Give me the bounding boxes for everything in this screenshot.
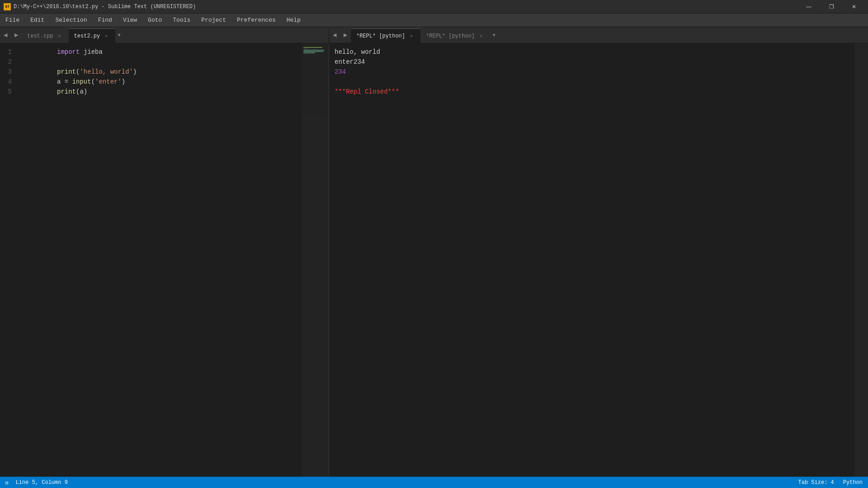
repl-output: hello, world enter234 234 ***Repl Closed…: [329, 43, 868, 477]
title-bar: ST D:\My-C++\2018.10\test2.py - Sublime …: [0, 0, 868, 14]
menu-goto[interactable]: Goto: [142, 14, 167, 27]
left-tab-overflow[interactable]: ▾: [115, 27, 123, 43]
status-tab-size[interactable]: Tab Size: 4: [798, 479, 834, 486]
app-icon: ST: [4, 3, 11, 10]
code-editor[interactable]: 1 import jieba 2 3 print('hello, world')…: [0, 43, 329, 477]
menu-tools[interactable]: Tools: [167, 14, 196, 27]
tab-test2-py[interactable]: test2.py ✕: [69, 28, 116, 43]
tab-label: *REPL* [python]: [426, 33, 475, 39]
tab-close-icon[interactable]: ✕: [56, 33, 63, 40]
left-tab-next[interactable]: ▶: [11, 27, 22, 43]
tab-bars: ◀ ▶ test.cpp ✕ test2.py ✕ ▾ ◀ ▶ *REPL* […: [0, 27, 868, 43]
status-position[interactable]: Line 5, Column 9: [16, 479, 68, 486]
menu-project[interactable]: Project: [196, 14, 231, 27]
menu-view[interactable]: View: [118, 14, 142, 27]
window-controls: — ❐ ✕: [798, 0, 864, 14]
menu-find[interactable]: Find: [93, 14, 118, 27]
right-tab-overflow[interactable]: ▾: [490, 27, 498, 43]
line-number: 5: [0, 87, 19, 97]
window-title: D:\My-C++\2018.10\test2.py - Sublime Tex…: [14, 4, 196, 10]
repl-blank-line: [335, 77, 863, 87]
editor-area: 1 import jieba 2 3 print('hello, world')…: [0, 43, 868, 477]
right-tab-prev[interactable]: ◀: [329, 27, 340, 43]
builtin-print: print: [57, 88, 76, 95]
maximize-button[interactable]: ❐: [821, 0, 842, 14]
line-number: 4: [0, 77, 19, 87]
right-tab-next[interactable]: ▶: [340, 27, 351, 43]
title-text: ST D:\My-C++\2018.10\test2.py - Sublime …: [4, 3, 196, 10]
keyword-import: import: [57, 48, 80, 56]
status-bar: ⊟ Line 5, Column 9 Tab Size: 4 Python: [0, 477, 868, 488]
tab-close-icon[interactable]: ✕: [408, 33, 415, 40]
menu-selection[interactable]: Selection: [50, 14, 92, 27]
close-button[interactable]: ✕: [844, 0, 864, 14]
status-branch-icon: ⊟: [5, 480, 9, 486]
tab-label: test2.py: [74, 33, 100, 39]
left-tab-prev[interactable]: ◀: [0, 27, 11, 43]
repl-closed-msg: ***Repl Closed***: [335, 87, 863, 97]
status-language[interactable]: Python: [843, 479, 863, 486]
left-tab-bar: ◀ ▶ test.cpp ✕ test2.py ✕ ▾: [0, 27, 329, 43]
menu-file[interactable]: File: [0, 14, 25, 27]
tab-test-cpp[interactable]: test.cpp ✕: [22, 28, 69, 43]
minimap: [302, 43, 329, 477]
tab-label: *REPL* [python]: [356, 33, 405, 39]
menu-edit[interactable]: Edit: [25, 14, 50, 27]
menu-preferences[interactable]: Preferences: [231, 14, 281, 27]
status-right: Tab Size: 4 Python: [798, 479, 863, 486]
repl-line-2: enter234: [335, 57, 863, 67]
right-minimap: [854, 43, 868, 477]
repl-line-1: hello, world: [335, 47, 863, 57]
line-content: print(a): [19, 77, 329, 107]
status-left: ⊟ Line 5, Column 9: [5, 479, 68, 486]
code-line-5: 5 print(a): [0, 87, 329, 97]
minimize-button[interactable]: —: [798, 0, 819, 14]
code-text: (a): [76, 88, 87, 95]
repl-panel: hello, world enter234 234 ***Repl Closed…: [329, 43, 868, 477]
minimap-content: [302, 43, 329, 57]
line-number: 1: [0, 47, 19, 57]
tab-close-icon[interactable]: ✕: [103, 33, 110, 40]
repl-line-3: 234: [335, 67, 863, 77]
tab-close-icon[interactable]: ✕: [477, 33, 485, 40]
tab-label: test.cpp: [27, 33, 53, 39]
code-content[interactable]: 1 import jieba 2 3 print('hello, world')…: [0, 43, 329, 477]
line-number: 2: [0, 57, 19, 67]
tab-repl-inactive[interactable]: *REPL* [python] ✕: [420, 28, 490, 43]
line-number: 3: [0, 67, 19, 77]
right-tab-bar: ◀ ▶ *REPL* [python] ✕ *REPL* [python] ✕ …: [329, 27, 868, 43]
menu-help[interactable]: Help: [281, 14, 306, 27]
menu-bar: File Edit Selection Find View Goto Tools…: [0, 14, 868, 27]
code-text: jieba: [80, 48, 102, 56]
tab-repl-active[interactable]: *REPL* [python] ✕: [351, 28, 420, 43]
code-line-1: 1 import jieba: [0, 47, 329, 57]
